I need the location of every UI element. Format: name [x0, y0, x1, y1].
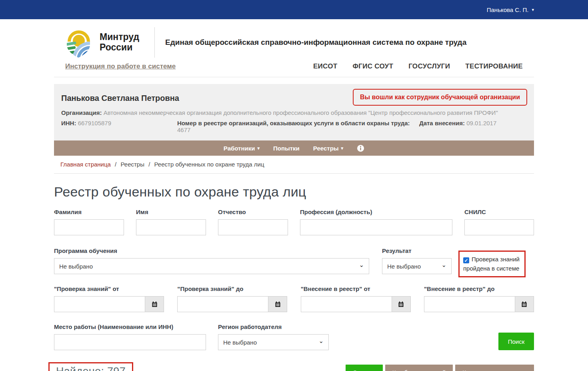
- caret-down-icon: ▾: [341, 146, 344, 150]
- entry-date-label: Дата внесения:: [419, 120, 465, 126]
- registry-from-date-input[interactable]: [301, 296, 392, 312]
- workplace-label: Место работы (Наименование или ИНН): [54, 323, 206, 330]
- nav-link-testing[interactable]: ТЕСТИРОВАНИЕ: [465, 62, 523, 70]
- inn-label: ИНН:: [61, 120, 76, 126]
- logo-title: Минтруд России: [100, 32, 139, 53]
- organization-line: Организация: Автономная некоммерческая о…: [61, 109, 527, 116]
- main-menu-bar: Работники ▾ Попытки Реестры ▾: [54, 140, 534, 156]
- found-label: Найдено:: [56, 365, 104, 371]
- breadcrumb-separator: /: [115, 161, 116, 168]
- found-count-box: Найдено: 797: [48, 362, 133, 371]
- menu-item-workers[interactable]: Работники ▾: [224, 145, 260, 152]
- calendar-icon[interactable]: [268, 296, 287, 312]
- page-title: Реестр обученных по охране труда лиц: [54, 184, 534, 200]
- check-icon: ✓: [464, 257, 468, 265]
- region-select[interactable]: Не выбрано ⌄: [218, 334, 329, 350]
- middlename-input[interactable]: [218, 219, 288, 235]
- caret-down-icon: ▾: [257, 146, 260, 150]
- user-info-panel: Вы вошли как сотрудник обучающей организ…: [54, 84, 534, 140]
- firstname-input[interactable]: [136, 219, 206, 235]
- filters-row-names: Фамилия Имя Отчество Профессия (должност…: [54, 209, 534, 235]
- top-nav: ЕИСОТ ФГИС СОУТ ГОСУСЛУГИ ТЕСТИРОВАНИЕ: [313, 62, 523, 70]
- menu-item-attempts[interactable]: Попытки: [273, 145, 300, 152]
- snils-label: СНИЛС: [464, 209, 534, 215]
- profession-label: Профессия (должность): [300, 209, 452, 215]
- region-select-value: Не выбрано: [223, 339, 257, 346]
- header: Минтруд России Единая общероссийская спр…: [54, 19, 534, 58]
- topbar: Панькова С. П. ▾: [0, 0, 588, 19]
- results-row: Найдено: 797 Экспорт К наборам записей К…: [54, 362, 534, 371]
- inn-value: 6679105879: [78, 120, 111, 126]
- snils-input[interactable]: [464, 219, 534, 235]
- filters-row-workplace: Место работы (Наименование или ИНН) Реги…: [54, 323, 534, 350]
- result-select-value: Не выбрано: [387, 263, 421, 270]
- menu-item-registries[interactable]: Реестры ▾: [313, 145, 343, 152]
- role-badge: Вы вошли как сотрудник обучающей организ…: [353, 89, 527, 106]
- breadcrumb: Главная страница / Реестры / Реестр обуч…: [54, 156, 534, 174]
- filters-row-dates: "Проверка знаний" от: [54, 285, 534, 312]
- organization-value: Автономная некоммерческая организация до…: [104, 109, 498, 116]
- profession-input[interactable]: [300, 219, 452, 235]
- lastname-label: Фамилия: [54, 209, 124, 215]
- check-to-date-input[interactable]: [177, 296, 268, 312]
- breadcrumb-current: Реестр обученных по охране труда лиц: [154, 161, 264, 168]
- middlename-label: Отчество: [218, 209, 288, 215]
- pending-records-button[interactable]: К ожидающим записям: [455, 365, 534, 371]
- instruction-link[interactable]: Инструкция по работе в системе: [65, 62, 176, 70]
- result-select[interactable]: Не выбрано ⌄: [382, 258, 452, 274]
- found-count: 797: [107, 365, 126, 371]
- filters-row-program: Программа обучения Не выбрано ⌄ Результа…: [54, 247, 534, 274]
- registry-to-date-input[interactable]: [424, 296, 515, 312]
- registry-number-value: 4677: [177, 126, 190, 133]
- calendar-icon[interactable]: [392, 296, 411, 312]
- system-title: Единая общероссийская справочно-информац…: [165, 38, 470, 47]
- workplace-input[interactable]: [54, 334, 206, 350]
- knowledge-check-highlight-box: ✓Проверка знаний пройдена в системе: [458, 251, 526, 278]
- user-menu-label: Панькова С. П.: [487, 6, 529, 13]
- check-from-label: "Проверка знаний" от: [54, 285, 164, 292]
- nav-link-eisot[interactable]: ЕИСОТ: [313, 62, 338, 70]
- breadcrumb-home-link[interactable]: Главная страница: [60, 161, 111, 168]
- nav-link-gosuslugi[interactable]: ГОСУСЛУГИ: [408, 62, 450, 70]
- results-buttons: Экспорт К наборам записей К ожидающим за…: [346, 365, 534, 371]
- header-divider: [154, 27, 155, 58]
- firstname-label: Имя: [136, 209, 206, 215]
- calendar-icon[interactable]: [145, 296, 164, 312]
- organization-details: ИНН: 6679105879 Номер в реестре организа…: [61, 120, 527, 133]
- mintrud-logo: [65, 26, 92, 58]
- lastname-input[interactable]: [54, 219, 124, 235]
- search-button[interactable]: Поиск: [498, 333, 534, 350]
- organization-label: Организация:: [61, 109, 102, 116]
- info-icon[interactable]: [357, 144, 364, 152]
- check-to-label: "Проверка знаний" до: [177, 285, 287, 292]
- knowledge-check-label: Проверка знаний пройдена в системе: [463, 256, 520, 272]
- registry-number-label: Номер в реестре организаций, оказывающих…: [177, 120, 410, 126]
- user-menu[interactable]: Панькова С. П. ▾: [487, 6, 534, 13]
- program-label: Программа обучения: [54, 247, 369, 254]
- check-from-date-input[interactable]: [54, 296, 145, 312]
- calendar-icon[interactable]: [515, 296, 534, 312]
- entry-date-value: 09.01.2017: [466, 120, 496, 126]
- program-select[interactable]: Не выбрано ⌄: [54, 258, 369, 274]
- caret-down-icon: ▾: [532, 8, 534, 12]
- registry-to-label: "Внесение в реестр" до: [424, 285, 534, 292]
- knowledge-check-checkbox[interactable]: ✓: [463, 257, 469, 263]
- result-label: Результат: [382, 247, 452, 254]
- export-button[interactable]: Экспорт: [346, 365, 382, 371]
- nav-link-fgis-sout[interactable]: ФГИС СОУТ: [352, 62, 393, 70]
- registry-from-label: "Внесение в реестр" от: [301, 285, 411, 292]
- breadcrumb-separator: /: [148, 161, 150, 168]
- header-links-row: Инструкция по работе в системе ЕИСОТ ФГИ…: [54, 58, 534, 77]
- breadcrumb-registries: Реестры: [120, 161, 144, 168]
- program-select-value: Не выбрано: [59, 263, 93, 270]
- record-sets-button[interactable]: К наборам записей: [385, 365, 453, 371]
- region-label: Регион работодателя: [218, 323, 329, 330]
